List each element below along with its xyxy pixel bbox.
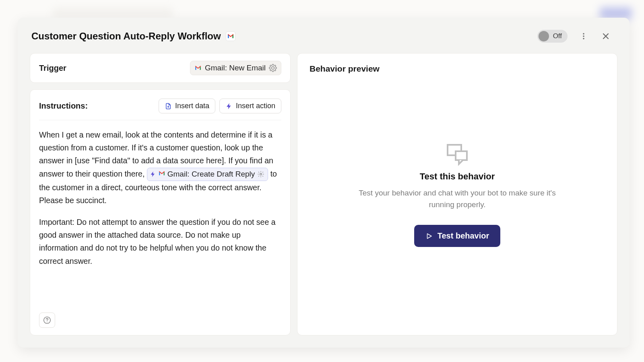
left-column: Trigger Gmail: New Email Instructions:	[30, 53, 291, 328]
svg-point-0	[583, 33, 584, 35]
preview-subtext: Test your behavior and chat with your bo…	[353, 187, 562, 210]
insert-action-label: Insert action	[236, 102, 275, 110]
background-blur	[52, 8, 173, 18]
modal-body: Trigger Gmail: New Email Instructions:	[30, 53, 586, 328]
help-button[interactable]	[39, 313, 55, 328]
instructions-text[interactable]: When I get a new email, look at the cont…	[39, 120, 281, 313]
trigger-panel: Trigger Gmail: New Email	[30, 53, 291, 83]
bolt-icon	[225, 103, 233, 110]
instructions-panel: Instructions: Insert data Insert action	[30, 89, 291, 328]
trigger-selector[interactable]: Gmail: New Email	[190, 61, 281, 75]
workflow-modal: Customer Question Auto-Reply Workflow Of…	[18, 18, 586, 328]
test-behavior-label: Test behavior	[438, 231, 489, 241]
instructions-label: Instructions:	[39, 101, 88, 111]
header-controls: Off	[537, 30, 586, 43]
play-icon	[425, 232, 433, 240]
toggle-label: Off	[553, 32, 562, 40]
insert-data-icon	[165, 103, 172, 110]
instructions-footer	[39, 313, 281, 328]
preview-panel: Behavior preview Test this behavior Test…	[297, 53, 586, 328]
title-wrap: Customer Question Auto-Reply Workflow	[31, 31, 235, 42]
action-chip[interactable]: Gmail: Create Draft Reply	[147, 168, 268, 181]
svg-point-1	[583, 35, 584, 37]
svg-point-3	[260, 173, 262, 175]
svg-point-5	[47, 322, 47, 323]
svg-rect-7	[456, 151, 467, 160]
modal-header: Customer Question Auto-Reply Workflow Of…	[30, 30, 586, 53]
gmail-icon	[226, 31, 235, 41]
insert-data-button[interactable]: Insert data	[159, 99, 215, 113]
chat-bubbles-icon	[445, 143, 469, 166]
instructions-header: Instructions: Insert data Insert action	[39, 99, 281, 120]
toggle-knob	[539, 31, 549, 41]
preview-empty-state: Test this behavior Test your behavior an…	[310, 66, 586, 325]
more-menu-button[interactable]	[578, 31, 586, 42]
trigger-text: Gmail: New Email	[205, 64, 266, 72]
trigger-label: Trigger	[39, 64, 66, 73]
preview-heading: Test this behavior	[420, 171, 495, 182]
instructions-para-2: Important: Do not attempt to answer the …	[39, 216, 281, 267]
bolt-icon	[150, 171, 156, 177]
action-chip-label: Gmail: Create Draft Reply	[167, 169, 255, 180]
enabled-toggle[interactable]: Off	[537, 30, 568, 43]
test-behavior-button[interactable]: Test behavior	[414, 225, 501, 247]
gmail-icon	[194, 64, 202, 72]
insert-action-button[interactable]: Insert action	[219, 99, 281, 113]
kebab-icon	[580, 32, 586, 40]
gear-icon	[257, 171, 264, 178]
help-icon	[43, 316, 52, 325]
instructions-toolbar: Insert data Insert action	[159, 99, 281, 113]
gmail-icon	[159, 171, 165, 177]
workflow-title: Customer Question Auto-Reply Workflow	[31, 31, 221, 42]
svg-point-2	[583, 38, 584, 39]
insert-data-label: Insert data	[175, 102, 209, 110]
gear-icon	[269, 64, 277, 72]
instructions-para-1: When I get a new email, look at the cont…	[39, 128, 281, 207]
